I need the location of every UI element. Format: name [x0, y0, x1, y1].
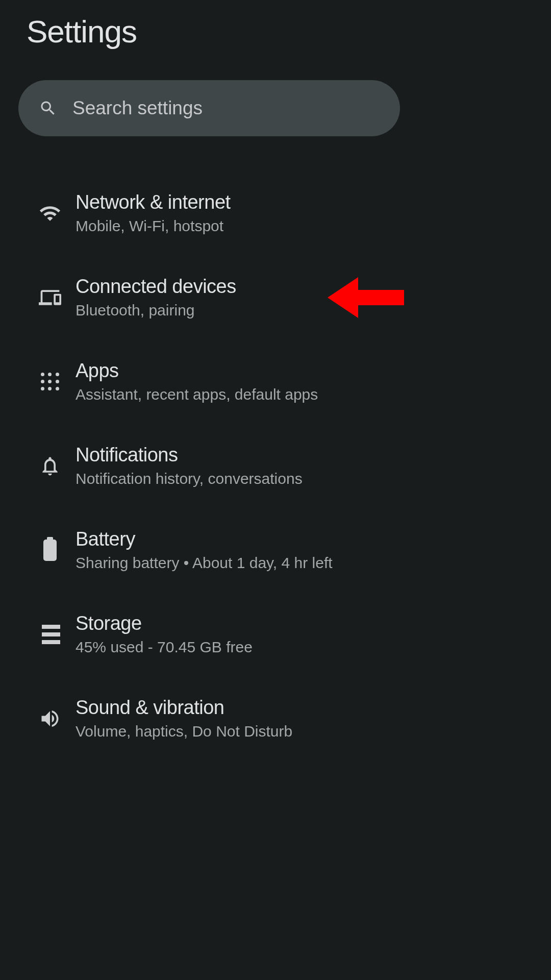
storage-icon — [24, 625, 76, 644]
item-subtitle: Sharing battery • About 1 day, 4 hr left — [76, 554, 394, 572]
item-title: Storage — [76, 612, 394, 634]
settings-item-storage[interactable]: Storage 45% used - 70.45 GB free — [18, 592, 400, 676]
page-title: Settings — [18, 13, 400, 50]
bell-icon — [24, 455, 76, 477]
battery-icon — [24, 540, 76, 561]
search-icon — [39, 99, 57, 117]
settings-item-apps[interactable]: Apps Assistant, recent apps, default app… — [18, 339, 400, 424]
search-input[interactable]: Search settings — [18, 80, 400, 136]
devices-icon — [24, 286, 76, 309]
svg-marker-0 — [328, 277, 404, 318]
item-subtitle: Assistant, recent apps, default apps — [76, 386, 394, 403]
item-title: Battery — [76, 528, 394, 550]
apps-icon — [24, 373, 76, 391]
settings-item-network[interactable]: Network & internet Mobile, Wi-Fi, hotspo… — [18, 171, 400, 255]
settings-item-sound[interactable]: Sound & vibration Volume, haptics, Do No… — [18, 676, 400, 743]
item-subtitle: Mobile, Wi-Fi, hotspot — [76, 217, 394, 235]
sound-icon — [24, 707, 76, 730]
item-subtitle: 45% used - 70.45 GB free — [76, 639, 394, 656]
search-placeholder: Search settings — [72, 97, 203, 119]
settings-item-connected-devices[interactable]: Connected devices Bluetooth, pairing — [18, 255, 400, 339]
wifi-icon — [24, 202, 76, 225]
item-subtitle: Notification history, conversations — [76, 470, 394, 487]
settings-list: Network & internet Mobile, Wi-Fi, hotspo… — [18, 171, 400, 743]
item-title: Network & internet — [76, 191, 394, 213]
item-title: Notifications — [76, 444, 394, 466]
item-title: Apps — [76, 360, 394, 382]
annotation-arrow-icon — [328, 272, 404, 323]
settings-item-notifications[interactable]: Notifications Notification history, conv… — [18, 424, 400, 508]
item-subtitle: Volume, haptics, Do Not Disturb — [76, 723, 394, 740]
item-title: Sound & vibration — [76, 697, 394, 719]
settings-item-battery[interactable]: Battery Sharing battery • About 1 day, 4… — [18, 508, 400, 592]
